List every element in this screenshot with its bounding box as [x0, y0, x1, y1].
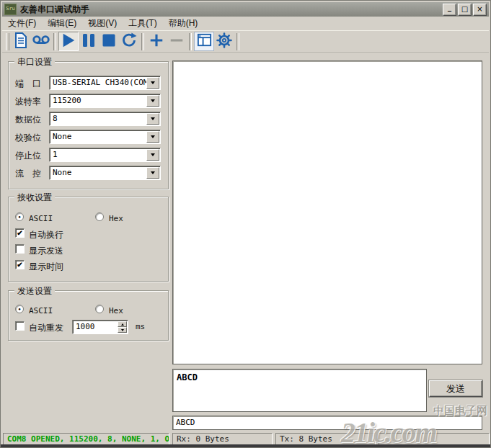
settings-icon [216, 32, 233, 52]
receive-ascii-radio[interactable]: ● [15, 212, 24, 221]
baudrate-label: 波特率 [15, 96, 41, 108]
resend-interval-value: 1000 [76, 322, 95, 331]
resend-interval-stepper[interactable]: 1000 [72, 320, 128, 334]
parity-row: 校验位 None [9, 130, 168, 144]
title-bar: Sru 友善串口调试助手 _ □ × [2, 2, 489, 17]
show-time-label[interactable]: 显示时间 [29, 261, 63, 273]
toolbar [2, 30, 489, 53]
status-connection: COM8 OPENED, 115200, 8, NONE, 1, OFF [3, 433, 169, 445]
send-textarea[interactable]: ABCD [172, 369, 427, 412]
databits-value: 8 [53, 114, 147, 123]
auto-resend-checkbox[interactable] [15, 321, 25, 331]
toolbar-separator [141, 33, 144, 50]
play-button[interactable] [58, 32, 79, 51]
spin-down-icon[interactable] [118, 327, 127, 333]
remove-button [167, 32, 187, 51]
port-value: USB-SERIAL CH340(COM8) [53, 78, 147, 87]
record-button[interactable] [31, 32, 51, 51]
send-ascii-radio[interactable]: ● [15, 305, 24, 313]
dropdown-arrow-icon[interactable] [146, 95, 159, 107]
status-tx: Tx: 8 Bytes [275, 433, 376, 445]
resend-unit-label: ms [136, 322, 145, 331]
baudrate-row: 波特率 115200 [9, 94, 168, 108]
check-mark-icon: ✔ [17, 261, 22, 269]
menu-help[interactable]: 帮助(H) [163, 16, 204, 31]
menu-bar: 文件(F) 编辑(E) 视图(V) 工具(T) 帮助(H) [2, 17, 489, 30]
baudrate-value: 115200 [53, 96, 147, 105]
port-row: 端 口 USB-SERIAL CH340(COM8) [9, 76, 168, 90]
new-file-button[interactable] [11, 32, 31, 51]
receive-settings-group: 接收设置 ● ASCII Hex ✔ 自动换行 显示发送 ✔ 显示时间 [8, 197, 169, 282]
toolbar-grip [6, 33, 9, 50]
auto-linefeed-checkbox[interactable]: ✔ [15, 228, 25, 238]
dropdown-arrow-icon[interactable] [146, 149, 159, 161]
auto-resend-label[interactable]: 自动重发 [29, 322, 63, 334]
toolbar-separator [236, 33, 239, 50]
baudrate-select[interactable]: 115200 [49, 94, 161, 108]
pause-icon [81, 32, 96, 51]
stopbits-row: 停止位 1 [9, 148, 168, 162]
parity-label: 校验位 [15, 132, 41, 144]
close-button[interactable]: × [473, 4, 487, 16]
menu-file[interactable]: 文件(F) [2, 16, 42, 31]
pause-button[interactable] [79, 32, 99, 51]
spin-up-icon[interactable] [118, 321, 127, 327]
window-bottom-edge [1, 444, 490, 447]
record-icon [32, 34, 50, 49]
dropdown-arrow-icon[interactable] [146, 167, 159, 179]
parity-select[interactable]: None [49, 130, 161, 144]
add-icon [149, 32, 164, 51]
window-title: 友善串口调试助手 [20, 4, 441, 16]
dropdown-arrow-icon[interactable] [146, 131, 159, 143]
send-ascii-label[interactable]: ASCII [29, 306, 53, 315]
dropdown-arrow-icon[interactable] [146, 77, 159, 89]
receive-settings-title: 接收设置 [14, 192, 55, 204]
flowcontrol-value: None [53, 168, 147, 177]
menu-tools[interactable]: 工具(T) [123, 16, 162, 31]
menu-edit[interactable]: 编辑(E) [42, 16, 82, 31]
show-send-checkbox[interactable] [15, 244, 25, 254]
stop-button[interactable] [99, 32, 119, 51]
minimize-button[interactable]: _ [443, 4, 456, 16]
send-settings-title: 发送设置 [14, 285, 55, 297]
remove-icon [169, 32, 185, 51]
play-icon [61, 32, 76, 51]
receive-display[interactable] [172, 61, 482, 364]
databits-select[interactable]: 8 [49, 112, 161, 126]
send-button[interactable]: 发送 [429, 380, 482, 397]
refresh-button[interactable] [119, 32, 139, 51]
check-mark-icon: ✔ [17, 229, 22, 237]
show-time-checkbox[interactable]: ✔ [15, 260, 25, 269]
status-rx: Rx: 0 Bytes [172, 433, 273, 445]
quick-send-input[interactable]: ABCD [172, 416, 482, 430]
receive-hex-label[interactable]: Hex [109, 214, 123, 223]
port-label: 端 口 [15, 78, 41, 90]
show-send-label[interactable]: 显示发送 [29, 245, 63, 257]
refresh-icon [120, 32, 138, 52]
new-file-icon [13, 32, 29, 52]
layout-panel-icon [196, 32, 213, 51]
app-icon: Sru [4, 4, 17, 15]
app-window: Sru 友善串口调试助手 _ □ × 文件(F) 编辑(E) 视图(V) 工具(… [0, 0, 491, 448]
auto-linefeed-label[interactable]: 自动换行 [29, 229, 63, 241]
settings-button[interactable] [214, 32, 234, 51]
receive-hex-radio[interactable] [95, 212, 104, 221]
layout-panel-button[interactable] [194, 32, 214, 51]
stop-icon [102, 33, 116, 50]
maximize-button[interactable]: □ [458, 4, 472, 16]
send-hex-label[interactable]: Hex [109, 306, 123, 315]
stopbits-label: 停止位 [15, 150, 41, 162]
toolbar-separator [189, 33, 192, 50]
dropdown-arrow-icon[interactable] [146, 113, 159, 125]
stopbits-select[interactable]: 1 [49, 148, 161, 162]
port-select[interactable]: USB-SERIAL CH340(COM8) [49, 76, 161, 90]
menu-view[interactable]: 视图(V) [82, 16, 123, 31]
toolbar-separator [53, 33, 56, 50]
add-button[interactable] [146, 32, 167, 51]
receive-ascii-label[interactable]: ASCII [29, 214, 53, 223]
send-hex-radio[interactable] [95, 305, 104, 313]
flowcontrol-label: 流 控 [15, 168, 41, 180]
flowcontrol-select[interactable]: None [49, 166, 161, 180]
flowcontrol-row: 流 控 None [9, 166, 168, 180]
send-settings-group: 发送设置 ● ASCII Hex 自动重发 1000 ms [8, 290, 169, 341]
